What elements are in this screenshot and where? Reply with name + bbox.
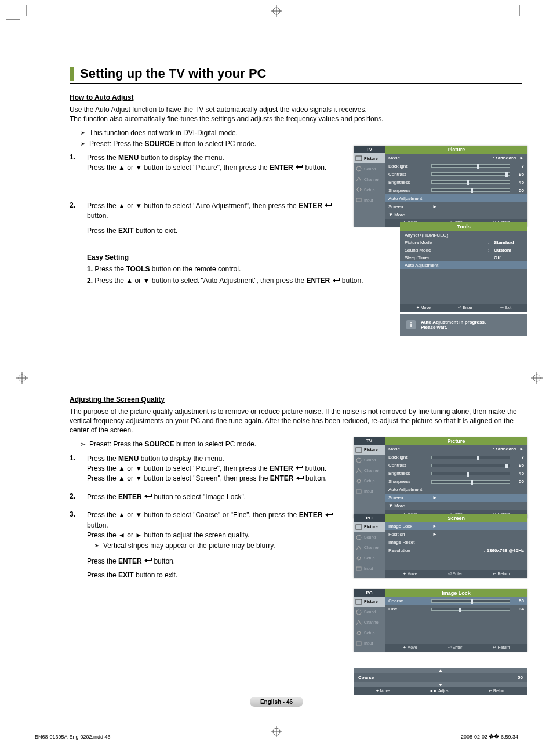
footer-filename: BN68-01395A-Eng-0202.indd 46 (35, 734, 111, 740)
enter-icon (325, 511, 333, 521)
footer-timestamp: 2008-02-02 �� 6:59:34 (461, 734, 518, 740)
svg-rect-25 (356, 567, 361, 570)
text: Preset: Press the SOURCE button to selec… (89, 439, 256, 449)
page-number-badge: English - 46 (250, 697, 303, 707)
crop-edge (26, 5, 27, 16)
step-text: Press the ENTER button to select "Image … (87, 492, 342, 503)
step-text: Press the ▲ or ▼ button to select "Auto … (87, 201, 342, 236)
osd-footer: ✦ Move ◄► Adjust ↩ Return (354, 687, 527, 695)
osd-row: Brightness45 (385, 470, 527, 478)
setup-icon (355, 186, 362, 193)
osd-side-item: Channel (354, 174, 385, 184)
sound-icon (355, 609, 362, 616)
osd-row: Screen► (385, 494, 527, 502)
info-icon: i (406, 319, 416, 330)
osd-side-item: Picture (354, 153, 385, 163)
svg-point-27 (356, 610, 361, 615)
step-text: Press the MENU button to display the men… (87, 454, 342, 484)
osd-header: Screen (385, 514, 527, 522)
sound-icon (355, 165, 362, 172)
setup-icon (355, 478, 362, 485)
osd-side-item: Setup (354, 184, 385, 195)
osd-side-item: Input (354, 564, 385, 574)
osd-footer: ✦ Move ⏎ Enter ↩ Exit (400, 304, 527, 312)
step-number: 2. (70, 201, 87, 236)
setup-icon (355, 630, 362, 637)
osd-row: Mode: Standard► (385, 154, 527, 162)
svg-rect-12 (356, 156, 362, 161)
step-number: 1. (70, 454, 87, 484)
text: Preset: Press the SOURCE button to selec… (89, 139, 256, 148)
step-number: 1. (70, 153, 87, 173)
text: This function does not work in DVI-Digit… (89, 128, 238, 137)
input-icon (355, 488, 362, 495)
osd-side-item: Channel (354, 543, 385, 553)
enter-icon (296, 474, 304, 484)
osd-hint: ✦ Move (376, 689, 390, 693)
svg-rect-21 (356, 490, 361, 493)
osd-footer: ✦ Move ⏎ Enter ↩ Return (385, 644, 527, 652)
osd-hint: ✦ Move (416, 306, 431, 310)
osd-row: Image Reset (385, 539, 527, 547)
osd-hint: ⏎ Enter (448, 572, 463, 576)
step-number: 2. (70, 492, 87, 503)
text: The function also automatically fine-tun… (70, 115, 384, 123)
svg-rect-15 (356, 198, 361, 202)
osd-row: Contrast95 (385, 170, 527, 178)
svg-rect-22 (356, 525, 362, 529)
picture-icon (355, 155, 362, 162)
osd-row: Coarse50 (385, 597, 527, 605)
osd-picture-menu-2: TV Picture Sound Channel Setup Input Pic… (354, 437, 527, 518)
crop-mark-icon (16, 372, 28, 384)
osd-row: Sharpness50 (385, 186, 527, 194)
osd-side-item: Input (354, 195, 385, 205)
step-text: Press the ▲ or ▼ button to select "Coars… (87, 510, 342, 580)
osd-row: Image Lock► (385, 522, 527, 530)
input-icon (355, 197, 362, 203)
sub-note: ➣Vertical stripes may appear or the pict… (94, 541, 342, 551)
osd-row: ▼ More (385, 210, 527, 219)
channel-icon (355, 176, 362, 183)
osd-header: Picture (385, 146, 527, 154)
osd-source-badge: TV (354, 437, 385, 445)
adjust-value: 50 (511, 675, 523, 680)
osd-row: Auto Adjustment (385, 194, 527, 202)
osd-row: Backlight7 (385, 453, 527, 461)
arrow-icon: ➣ (80, 439, 89, 449)
osd-hint: ↩ Exit (500, 306, 512, 310)
channel-icon (355, 467, 362, 474)
arrow-icon: ➣ (80, 128, 89, 137)
svg-point-23 (356, 535, 361, 540)
osd-side-item: Setup (354, 476, 385, 486)
adjust-label: Coarse (358, 675, 381, 680)
osd-progress-note: i Auto Adjustment in progress. Please wa… (400, 314, 527, 336)
osd-header: Picture (385, 437, 527, 445)
osd-coarse-adjust: ▲ Coarse 50 ▼ ✦ Move ◄► Adjust ↩ Return (354, 668, 527, 695)
sound-icon (355, 457, 362, 464)
osd-side-item: Picture (354, 445, 385, 455)
note-item: ➣This function does not work in DVI-Digi… (80, 128, 522, 137)
svg-point-28 (357, 631, 361, 635)
svg-rect-18 (356, 448, 362, 452)
channel-icon (355, 619, 362, 626)
enter-icon (295, 163, 303, 173)
osd-side-item: Sound (354, 455, 385, 466)
channel-icon (355, 544, 362, 551)
osd-side-item: Picture (354, 597, 385, 607)
setup-icon (355, 555, 362, 562)
enter-icon (144, 557, 152, 566)
tools-row: Anynet+(HDMI-CEC) (400, 231, 527, 239)
svg-rect-29 (356, 642, 361, 645)
page-number: English - 46 (250, 697, 303, 707)
osd-side-item: Setup (354, 628, 385, 638)
crop-mark-icon (271, 726, 282, 737)
osd-hint: ↩ Return (489, 689, 505, 693)
osd-row: Mode: Standard► (385, 445, 527, 453)
crop-mark-icon (271, 5, 282, 17)
enter-icon (295, 464, 303, 474)
osd-hint: ⏎ Enter (458, 306, 472, 310)
osd-hint: ✦ Move (403, 572, 417, 576)
osd-source-badge: TV (354, 146, 385, 153)
osd-hint: ↩ Return (493, 645, 510, 650)
up-arrow-icon: ▲ (354, 668, 527, 673)
